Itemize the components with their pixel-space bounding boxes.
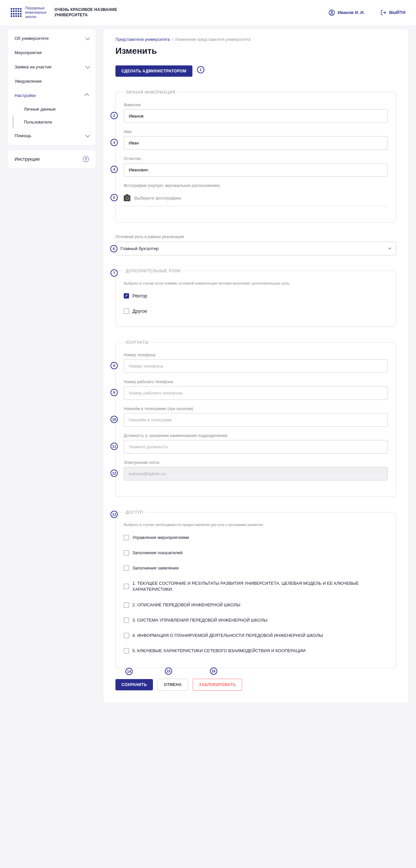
logout-button[interactable]: ВЫЙТИ xyxy=(381,10,405,16)
access-option-6[interactable]: 4. ИНФОРМАЦИЯ О ПЛАНИРУЕМОЙ ДЕЯТЕЛЬНОСТИ… xyxy=(124,628,388,643)
logo[interactable]: Передовые инженерные школы xyxy=(11,6,46,19)
help-icon: ? xyxy=(83,156,89,162)
patronymic-input[interactable] xyxy=(124,163,388,177)
surname-label: Фамилия xyxy=(124,103,388,107)
position-label: Должность (с указанием наименования подр… xyxy=(124,433,388,438)
breadcrumb-current: Изменение представителя университета xyxy=(175,37,250,42)
telegram-input[interactable] xyxy=(124,413,388,427)
name-label: Имя xyxy=(124,129,388,134)
photo-picker[interactable]: Выберите фотографию xyxy=(124,193,388,206)
chevron-down-icon xyxy=(85,35,90,40)
nav-events[interactable]: Мероприятия xyxy=(8,45,96,60)
access-legend: ДОСТУП xyxy=(124,510,145,515)
photo-label: Фотография (портрет, вертикальное распол… xyxy=(124,183,388,188)
nav-notifications[interactable]: Уведомления xyxy=(8,74,96,88)
nav-settings[interactable]: Настройки xyxy=(8,88,96,103)
breadcrumb-link[interactable]: Представители университета xyxy=(115,37,170,42)
access-fieldset: 13 ДОСТУП Выбрать в случае необходимости… xyxy=(115,510,396,669)
marker-15: 15 xyxy=(165,668,172,675)
chevron-down-icon xyxy=(85,133,90,137)
patronymic-label: Отчество xyxy=(124,156,388,161)
access-option-5[interactable]: 3. СИСТЕМА УПРАВЛЕНИЯ ПЕРЕДОВОЙ ИНЖЕНЕРН… xyxy=(124,613,388,628)
access-option-2[interactable]: Заполнение заявления xyxy=(124,560,388,576)
email-label: Электронная почта xyxy=(124,460,388,465)
header: Передовые инженерные школы ОЧЕНЬ КРАСИВО… xyxy=(0,0,416,25)
marker-16: 16 xyxy=(210,668,217,675)
phone-input[interactable] xyxy=(124,359,388,373)
extra-roles-legend: ДОПОЛНИТЕЛЬНЫЕ РОЛИ xyxy=(124,269,182,273)
checkbox-icon xyxy=(124,648,129,653)
instructions-link[interactable]: Инструкции ? xyxy=(8,150,96,168)
sidebar: Об университете Мероприятия Заявка на уч… xyxy=(8,29,96,703)
position-input[interactable] xyxy=(124,440,388,454)
main-role-select[interactable] xyxy=(115,242,396,255)
phone-label: Номер телефона xyxy=(124,353,388,357)
logout-icon xyxy=(381,10,386,16)
save-button[interactable]: СОХРАНИТЬ xyxy=(115,679,153,690)
nav-users[interactable]: Пользователи xyxy=(8,116,96,128)
marker-9: 9 xyxy=(110,389,118,396)
caret-down-icon xyxy=(388,247,391,249)
marker-2: 2 xyxy=(110,112,118,119)
access-option-0[interactable]: Управления мероприятиями xyxy=(124,530,388,545)
chevron-down-icon xyxy=(85,64,90,69)
work-phone-input[interactable] xyxy=(124,386,388,400)
page-title: Изменить xyxy=(115,46,396,56)
marker-8: 8 xyxy=(110,362,118,369)
block-button[interactable]: ЗАБЛОКИРОВАТЬ xyxy=(193,679,242,691)
marker-6: 6 xyxy=(110,245,117,252)
user-menu[interactable]: Иванов И. И. xyxy=(328,9,365,16)
checkbox-icon xyxy=(124,565,129,571)
logo-text: Передовые инженерные школы xyxy=(25,6,46,19)
personal-info-fieldset: ЛИЧНАЯ ИНФОРМАЦИЯ 2 Фамилия 3 Имя 4 Отче… xyxy=(115,90,396,222)
access-option-1[interactable]: Заполнение показателей xyxy=(124,545,388,560)
nav-application[interactable]: Заявка на участие xyxy=(8,60,96,74)
nav-personal-data[interactable]: Личные данные xyxy=(8,103,96,116)
marker-10: 10 xyxy=(110,416,118,423)
camera-icon xyxy=(124,195,130,201)
extra-roles-fieldset: 7 ДОПОЛНИТЕЛЬНЫЕ РОЛИ Выбрать в случае е… xyxy=(115,269,396,327)
extra-roles-hint: Выбрать в случае если помимо основной ко… xyxy=(124,281,388,285)
nav-about[interactable]: Об университете xyxy=(8,31,96,45)
access-option-4[interactable]: 2. ОПИСАНИЕ ПЕРЕДОВОЙ ИНЖЕНЕРНОЙ ШКОЛЫ xyxy=(124,597,388,613)
marker-3: 3 xyxy=(110,139,118,146)
logout-label: ВЫЙТИ xyxy=(389,10,405,15)
checkbox-icon xyxy=(124,308,129,314)
checkbox-icon xyxy=(124,602,129,608)
access-option-7[interactable]: 5. КЛЮЧЕВЫЕ ХАРАКТЕРИСТИКИ СЕТЕВОГО ВЗАИ… xyxy=(124,643,388,658)
nav-menu: Об университете Мероприятия Заявка на уч… xyxy=(8,29,96,145)
role-other[interactable]: Другое xyxy=(124,305,388,317)
name-input[interactable] xyxy=(124,136,388,150)
access-option-3[interactable]: 1. ТЕКУЩЕЕ СОСТОЯНИЕ И РЕЗУЛЬТАТЫ РАЗВИТ… xyxy=(124,576,388,597)
contacts-legend: КОНТАКТЫ xyxy=(124,340,150,345)
cancel-button[interactable]: ОТМЕНА xyxy=(158,679,188,691)
marker-12: 12 xyxy=(110,469,118,477)
instructions-label: Инструкции xyxy=(14,156,40,162)
main-content: Представители университета / Изменение п… xyxy=(104,29,408,703)
checkbox-icon xyxy=(124,535,129,540)
marker-1: 1 xyxy=(197,66,204,73)
surname-input[interactable] xyxy=(124,109,388,123)
marker-7: 7 xyxy=(110,269,118,277)
user-name: Иванов И. И. xyxy=(338,10,365,15)
marker-13: 13 xyxy=(110,511,118,518)
svg-point-1 xyxy=(331,11,333,12)
checkbox-icon xyxy=(124,633,129,638)
checkbox-icon xyxy=(124,550,129,556)
make-admin-button[interactable]: СДЕЛАТЬ АДМИНИСТРАТОРОМ xyxy=(115,65,193,77)
marker-14: 14 xyxy=(126,668,133,675)
checkbox-icon xyxy=(124,618,129,623)
logo-icon xyxy=(11,8,21,17)
breadcrumb: Представители университета / Изменение п… xyxy=(115,37,396,42)
chevron-up-icon xyxy=(84,93,89,98)
main-role-label: Основная роль в рамках реализации xyxy=(115,235,396,239)
marker-4: 4 xyxy=(110,166,118,173)
role-rector[interactable]: Ректор xyxy=(124,290,388,302)
checkbox-icon xyxy=(124,293,129,299)
checkbox-icon xyxy=(124,584,129,589)
nav-help[interactable]: Помощь xyxy=(8,128,96,143)
marker-5: 5 xyxy=(110,194,118,201)
telegram-label: Никнейм в телеграмме (при наличии) xyxy=(124,406,388,411)
university-name: ОЧЕНЬ КРАСИВОЕ НАЗВАНИЕ УНИВЕРСИТЕТА xyxy=(55,7,134,18)
marker-11: 11 xyxy=(110,443,118,450)
